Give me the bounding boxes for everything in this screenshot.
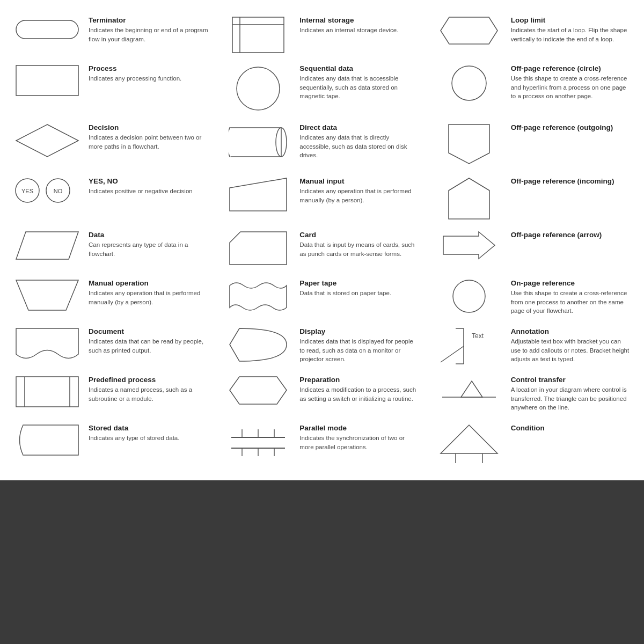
shape-card [222,231,299,266]
cell-internal-storage: Internal storage Indicates an internal s… [216,11,427,59]
cell-off-page-outgoing: Off-page reference (outgoing) [428,118,639,172]
shape-stored-data [11,424,89,456]
shape-condition [433,424,511,464]
text-control-transfer: Control transfer A location in your diag… [511,376,631,412]
text-stored-data: Stored data Indicates any type of stored… [89,424,209,443]
shape-decision [11,123,89,158]
desc-off-page-circle: Use this shape to create a cross-referen… [511,74,631,101]
desc-decision: Indicates a decision point between two o… [89,133,209,151]
shape-process [11,64,89,97]
svg-rect-5 [16,65,78,96]
shape-control-transfer [433,376,511,405]
text-off-page-incoming: Off-page reference (incoming) [511,177,631,187]
svg-rect-9 [230,128,281,157]
svg-marker-21 [443,232,495,259]
cell-control-transfer: Control transfer A location in your diag… [428,370,639,419]
title-off-page-incoming: Off-page reference (incoming) [511,177,631,185]
text-decision: Decision Indicates a decision point betw… [89,123,209,151]
cell-sequential-data: Sequential data Indicates any data that … [216,59,427,118]
title-process: Process [89,64,209,72]
text-internal-storage: Internal storage Indicates an internal s… [299,16,420,35]
desc-document: Indicates data that can be read by peopl… [89,337,209,355]
desc-terminator: Indicates the beginning or end of a prog… [89,26,209,43]
cell-predefined-process: Predefined process Indicates a named pro… [5,370,216,419]
desc-manual-input: Indicates any operation that is performe… [299,187,420,204]
desc-direct-data: Indicates any data that is directly acce… [299,133,420,160]
text-sequential-data: Sequential data Indicates any data that … [299,64,420,101]
svg-marker-4 [441,17,497,44]
flowchart-grid: Terminator Indicates the beginning or en… [5,11,639,470]
shape-on-page-reference [433,279,511,314]
shape-off-page-outgoing [433,123,511,166]
svg-marker-32 [230,377,287,404]
cell-direct-data: Direct data Indicates any data that is d… [216,118,427,172]
text-process: Process Indicates any processing functio… [89,64,209,83]
cell-card: Card Data that is input by means of card… [216,225,427,274]
svg-point-6 [237,67,280,110]
cell-paper-tape: Paper tape Data that is stored on paper … [216,274,427,322]
text-predefined-process: Predefined process Indicates a named pro… [89,376,209,403]
svg-rect-0 [16,20,78,39]
text-direct-data: Direct data Indicates any data that is d… [299,123,420,160]
shape-predefined-process [11,376,89,408]
shape-off-page-arrow [433,231,511,260]
cell-terminator: Terminator Indicates the beginning or en… [5,11,216,59]
desc-on-page-reference: Use this shape to create a cross-referen… [511,289,631,316]
cell-parallel-mode: Parallel mode Indicates the synchronizat… [216,419,427,470]
desc-card: Data that is input by means of cards, su… [299,240,420,258]
title-annotation: Annotation [511,327,631,335]
svg-marker-17 [230,178,287,211]
svg-marker-20 [230,232,287,265]
title-paper-tape: Paper tape [299,279,420,287]
text-on-page-reference: On-page reference Use this shape to crea… [511,279,631,316]
text-annotation: Annotation Adjustable text box with brac… [511,327,631,364]
title-internal-storage: Internal storage [299,16,420,24]
title-preparation: Preparation [299,376,420,384]
title-decision: Decision [89,123,209,131]
desc-control-transfer: A location in your diagram where control… [511,385,631,412]
shape-display [222,327,299,362]
shape-data [11,231,89,260]
title-control-transfer: Control transfer [511,376,631,384]
shape-loop-limit [433,16,511,46]
cell-on-page-reference: On-page reference Use this shape to crea… [428,274,639,322]
text-off-page-arrow: Off-page reference (arrow) [511,231,631,240]
title-predefined-process: Predefined process [89,376,209,384]
cell-decision: Decision Indicates a decision point betw… [5,118,216,172]
shape-document [11,327,89,362]
desc-parallel-mode: Indicates the synchronization of two or … [299,434,420,451]
title-document: Document [89,327,209,335]
cell-stored-data: Stored data Indicates any type of stored… [5,419,216,470]
text-off-page-outgoing: Off-page reference (outgoing) [511,123,631,133]
shape-manual-operation [11,279,89,311]
cell-preparation: Preparation Indicates a modification to … [216,370,427,419]
svg-text:YES: YES [21,188,33,194]
title-direct-data: Direct data [299,123,420,131]
cell-process: Process Indicates any processing functio… [5,59,216,118]
svg-marker-8 [16,125,78,157]
cell-yes-no: YES NO YES, NO Indicates positive or neg… [5,172,216,225]
cell-condition: Condition [428,419,639,470]
shape-off-page-circle [433,64,511,102]
desc-process: Indicates any processing function. [89,74,209,83]
svg-point-11 [229,128,235,157]
cell-annotation: Text Annotation Adjustable text box with… [428,322,639,370]
shape-parallel-mode [222,424,299,462]
svg-point-23 [453,280,485,312]
svg-rect-29 [16,377,78,407]
title-parallel-mode: Parallel mode [299,424,420,432]
svg-marker-34 [461,381,482,397]
text-preparation: Preparation Indicates a modification to … [299,376,420,403]
desc-annotation: Adjustable text box with bracket you can… [511,337,631,364]
cell-manual-input: Manual input Indicates any operation tha… [216,172,427,225]
title-condition: Condition [511,424,631,432]
svg-point-7 [452,66,486,100]
desc-sequential-data: Indicates any data that is accessible se… [299,74,420,101]
shape-paper-tape [222,279,299,314]
shape-manual-input [222,177,299,212]
text-display: Display Indicates data that is displayed… [299,327,420,364]
desc-manual-operation: Indicates any operation that is performe… [89,289,209,306]
main-panel: Terminator Indicates the beginning or en… [0,0,644,480]
title-on-page-reference: On-page reference [511,279,631,287]
cell-off-page-incoming: Off-page reference (incoming) [428,172,639,225]
